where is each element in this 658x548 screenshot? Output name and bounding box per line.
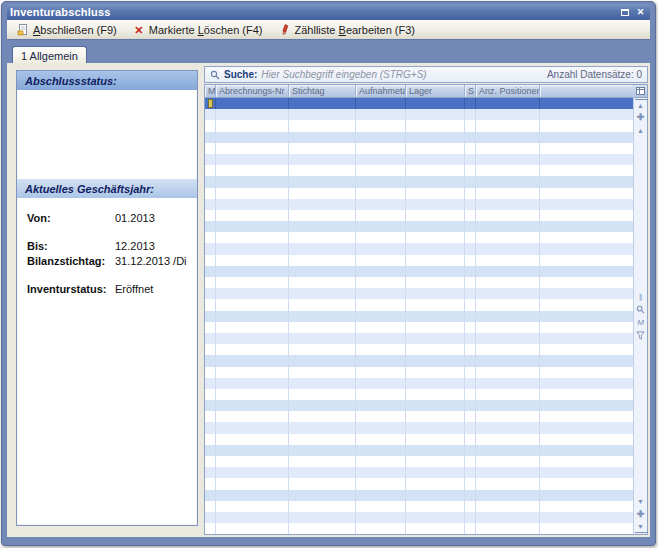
grid-row[interactable]	[205, 120, 633, 131]
grid-cell	[289, 109, 356, 120]
goto-last-icon[interactable]: ▼	[635, 522, 647, 533]
grid-row[interactable]	[205, 400, 633, 411]
delete-x-icon: ✕	[133, 24, 145, 36]
grid-row[interactable]	[205, 109, 633, 120]
grid-row[interactable]	[205, 199, 633, 210]
column-header-3[interactable]: Aufnahmetag	[356, 85, 406, 97]
grid-cell	[205, 199, 216, 210]
grid-cell	[356, 490, 406, 501]
close-button[interactable]: ✕	[634, 6, 647, 18]
abschliessen-button[interactable]: Abschließen (F9)	[11, 22, 123, 38]
goto-first-icon[interactable]: ▲	[635, 99, 647, 110]
bookmark-icon[interactable]: M	[635, 317, 647, 328]
grid-search-icon[interactable]	[635, 304, 647, 315]
column-header-5[interactable]: S	[465, 85, 476, 97]
column-header-0[interactable]: M	[205, 85, 216, 97]
grid-row[interactable]	[205, 333, 633, 344]
grid-header: MAbrechnungs-NrStichtagAufnahmetagLagerS…	[205, 85, 633, 98]
grid-row[interactable]	[205, 165, 633, 176]
column-header-1[interactable]: Abrechnungs-Nr	[216, 85, 289, 97]
grid-cell	[406, 434, 465, 445]
scroll-up-icon[interactable]: ▲	[635, 125, 647, 136]
grid-row[interactable]	[205, 523, 633, 534]
grid-cell	[216, 143, 289, 154]
grid-cell	[289, 378, 356, 389]
grid-row[interactable]	[205, 221, 633, 232]
grid-cell	[406, 456, 465, 467]
grid-cell	[465, 344, 476, 355]
scroll-down-icon[interactable]: ▼	[635, 496, 647, 507]
grid-cell	[476, 255, 540, 266]
grid-cell	[465, 490, 476, 501]
grid-cell	[465, 154, 476, 165]
tab-allgemein[interactable]: 1 Allgemein	[12, 46, 87, 63]
grid-row[interactable]	[205, 512, 633, 523]
grid-row[interactable]	[205, 322, 633, 333]
grid-row[interactable]	[205, 132, 633, 143]
column-chooser-button[interactable]	[634, 85, 648, 98]
grid-cell	[356, 120, 406, 131]
grid-cell	[406, 344, 465, 355]
grid-row[interactable]	[205, 344, 633, 355]
search-bar[interactable]: Suche: Hier Suchbegriff eingeben (STRG+S…	[204, 66, 648, 83]
grid-row[interactable]	[205, 243, 633, 254]
grid-cell	[465, 132, 476, 143]
grid-table: MAbrechnungs-NrStichtagAufnahmetagLagerS…	[205, 85, 633, 534]
grid-row[interactable]	[205, 389, 633, 400]
grid-cell	[465, 445, 476, 456]
grid-row[interactable]	[205, 210, 633, 221]
title-bar[interactable]: Inventurabschluss ✕	[7, 4, 650, 20]
column-header-6[interactable]: Anz. Positionen	[476, 85, 540, 97]
column-header-4[interactable]: Lager	[406, 85, 465, 97]
grid-row[interactable]	[205, 467, 633, 478]
grid-row[interactable]	[205, 456, 633, 467]
inventurstatus-label: Inventurstatus:	[27, 283, 115, 295]
grid-cell	[406, 355, 465, 366]
grid-row[interactable]	[205, 445, 633, 456]
grid-row[interactable]	[205, 277, 633, 288]
grid-cell	[356, 288, 406, 299]
grid-cell	[216, 232, 289, 243]
grid-row[interactable]	[205, 299, 633, 310]
grid-row[interactable]	[205, 355, 633, 366]
grid-cell	[289, 333, 356, 344]
grid-cell	[205, 243, 216, 254]
grid-row[interactable]	[205, 501, 633, 512]
grid-row[interactable]	[205, 154, 633, 165]
restore-button[interactable]	[618, 6, 631, 18]
grid-cell	[356, 299, 406, 310]
grid-row-selected[interactable]	[205, 98, 633, 109]
search-input[interactable]: Hier Suchbegriff eingeben (STRG+S)	[261, 69, 543, 80]
grid-row[interactable]	[205, 255, 633, 266]
grid-row[interactable]	[205, 188, 633, 199]
page-up-icon[interactable]: ✚	[635, 112, 647, 123]
column-header-2[interactable]: Stichtag	[289, 85, 356, 97]
grid-row[interactable]	[205, 288, 633, 299]
grid-row[interactable]	[205, 232, 633, 243]
grid-row[interactable]	[205, 266, 633, 277]
markierte-loeschen-button[interactable]: ✕ Markierte Löschen (F4)	[127, 22, 269, 38]
filter-icon[interactable]	[635, 330, 647, 341]
zaehlliste-bearbeiten-button[interactable]: Zählliste Bearbeiten (F3)	[273, 22, 421, 38]
grid-row[interactable]	[205, 367, 633, 378]
bis-value: 12.2013	[115, 240, 155, 252]
grid-cell	[216, 467, 289, 478]
grid-row[interactable]	[205, 422, 633, 433]
page-down-icon[interactable]: ✚	[635, 509, 647, 520]
grid-row[interactable]	[205, 490, 633, 501]
column-width-icon[interactable]: ∥	[635, 291, 647, 302]
grid-row[interactable]	[205, 311, 633, 322]
grid-cell	[540, 311, 633, 322]
grid-cell	[205, 512, 216, 523]
grid-cell	[476, 98, 540, 109]
grid-row[interactable]	[205, 411, 633, 422]
grid-row[interactable]	[205, 143, 633, 154]
grid-cell	[216, 456, 289, 467]
field-von: Von: 01.2013	[17, 212, 197, 224]
grid-cell	[289, 355, 356, 366]
grid-row[interactable]	[205, 378, 633, 389]
grid-cell	[406, 478, 465, 489]
grid-row[interactable]	[205, 434, 633, 445]
grid-row[interactable]	[205, 176, 633, 187]
grid-row[interactable]	[205, 478, 633, 489]
